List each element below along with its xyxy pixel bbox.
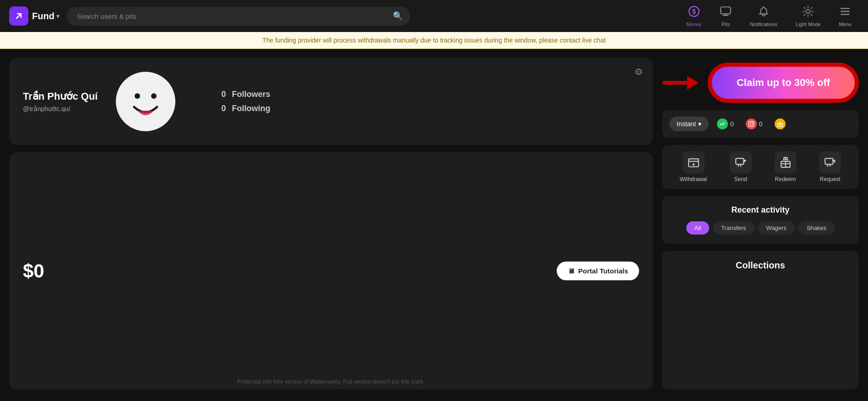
nav-lightmode[interactable]: Light Mode	[788, 2, 828, 31]
menu-icon	[839, 5, 851, 20]
filter-transfers[interactable]: Transfers	[713, 221, 754, 235]
nav-money[interactable]: $ Money	[679, 2, 709, 31]
svg-point-4	[119, 75, 172, 128]
green-badge: 0	[713, 118, 738, 129]
withdrawal-button[interactable]: Withdrawal	[680, 151, 707, 182]
logo-icon	[9, 6, 28, 26]
instant-dropdown[interactable]: Instant ▾	[669, 117, 709, 131]
svg-point-5	[135, 93, 140, 99]
red-badge-value: 0	[759, 120, 763, 128]
watermark-text: Protected with free version of Watermark…	[237, 379, 425, 385]
right-panel: Claim up to 30% off Instant ▾ 0	[662, 58, 859, 390]
brand-name: Fund ▾	[32, 11, 60, 21]
money-icon: $	[688, 5, 700, 20]
followers-label: Followers	[232, 90, 271, 99]
filter-shakes[interactable]: Shakes	[798, 221, 835, 235]
money-label: Money	[686, 21, 701, 27]
svg-text:$: $	[692, 8, 696, 15]
collections-title: Collections	[671, 260, 850, 271]
action-row: Withdrawal Send	[662, 145, 859, 189]
notifications-label: Notifications	[750, 21, 777, 27]
svg-point-9	[752, 122, 753, 123]
nav-pits[interactable]: Pits	[712, 2, 739, 31]
green-badge-value: 0	[730, 120, 734, 128]
recent-activity-card: Recent activity All Transfers Wagers Sha…	[662, 196, 859, 244]
header: Fund ▾ 🔍 $ Money Pits	[0, 0, 868, 32]
svg-point-6	[151, 93, 157, 99]
activity-filters: All Transfers Wagers Shakes	[671, 221, 850, 235]
wallet-controls: Instant ▾ 0 0	[662, 110, 859, 138]
request-label: Request	[820, 176, 841, 182]
redeem-label: Redeem	[775, 176, 796, 182]
search-input[interactable]	[67, 7, 410, 26]
portal-btn-label: Portal Tutorials	[578, 267, 628, 275]
bell-icon	[758, 5, 770, 20]
header-nav: $ Money Pits Notifications	[679, 2, 859, 31]
banner-text: The funding provider will process withdr…	[262, 37, 606, 44]
send-button[interactable]: Send	[730, 151, 752, 182]
chevron-down-icon: ▾	[698, 120, 701, 128]
filter-wagers[interactable]: Wagers	[758, 221, 795, 235]
sun-icon	[802, 5, 814, 20]
gift-icon	[775, 118, 786, 129]
announcement-banner: The funding provider will process withdr…	[0, 32, 868, 49]
search-icon[interactable]: 🔍	[393, 11, 403, 21]
claim-button[interactable]: Claim up to 30% off	[711, 65, 856, 100]
following-stat: 0 Following	[221, 104, 274, 113]
logo-area[interactable]: Fund ▾	[9, 6, 60, 26]
withdrawal-label: Withdrawal	[680, 176, 707, 182]
main-layout: Trần Phước Quí @trầnphước.quí	[0, 49, 868, 399]
promo-area: Claim up to 30% off	[662, 63, 859, 103]
pits-label: Pits	[722, 21, 730, 27]
instant-label: Instant	[677, 120, 696, 128]
followers-count: 0	[221, 90, 226, 99]
following-label: Following	[232, 104, 271, 113]
svg-rect-12	[736, 158, 743, 164]
search-bar: 🔍	[67, 7, 410, 26]
recent-activity-title: Recent activity	[671, 205, 850, 215]
brand-arrow: ▾	[56, 13, 60, 20]
balance-amount: $0	[23, 260, 44, 282]
yellow-badge	[771, 118, 789, 129]
filter-all[interactable]: All	[686, 221, 709, 235]
svg-point-3	[806, 9, 810, 13]
svg-rect-14	[825, 158, 833, 164]
request-button[interactable]: Request	[819, 151, 841, 182]
followers-stat: 0 Followers	[221, 90, 274, 99]
collections-card: Collections	[662, 251, 859, 390]
redeem-button[interactable]: Redeem	[775, 151, 797, 182]
instagram-icon	[746, 118, 757, 129]
nav-menu[interactable]: Menu	[831, 2, 859, 31]
profile-info: Trần Phước Quí @trầnphước.quí	[23, 91, 98, 112]
red-badge: 0	[742, 118, 766, 129]
following-count: 0	[221, 104, 226, 113]
request-icon	[819, 151, 841, 173]
pits-icon	[720, 5, 732, 20]
balance-card: $0 🖥 Portal Tutorials Protected with fre…	[9, 152, 653, 390]
profile-card: Trần Phước Quí @trầnphước.quí	[9, 58, 653, 145]
left-panel: Trần Phước Quí @trầnphước.quí	[9, 58, 653, 390]
settings-icon[interactable]: ⚙	[635, 66, 643, 77]
svg-point-8	[750, 123, 753, 125]
profile-name: Trần Phước Quí	[23, 91, 98, 102]
promo-wrapper: Claim up to 30% off	[708, 63, 859, 103]
svg-rect-2	[721, 7, 731, 14]
send-icon	[730, 151, 752, 173]
nav-notifications[interactable]: Notifications	[743, 2, 785, 31]
trending-icon	[717, 118, 728, 129]
red-arrow-indicator	[662, 71, 703, 94]
portal-icon: 🖥	[568, 267, 575, 275]
portal-tutorials-button[interactable]: 🖥 Portal Tutorials	[557, 262, 639, 280]
lightmode-label: Light Mode	[796, 21, 820, 27]
withdrawal-icon	[683, 151, 705, 173]
redeem-icon	[775, 151, 797, 173]
svg-rect-7	[749, 121, 754, 127]
menu-label: Menu	[839, 21, 852, 27]
avatar	[116, 72, 175, 131]
profile-handle: @trầnphước.quí	[23, 105, 98, 112]
send-label: Send	[734, 176, 747, 182]
profile-stats: 0 Followers 0 Following	[221, 90, 274, 113]
claim-label: Claim up to 30% off	[737, 77, 830, 88]
